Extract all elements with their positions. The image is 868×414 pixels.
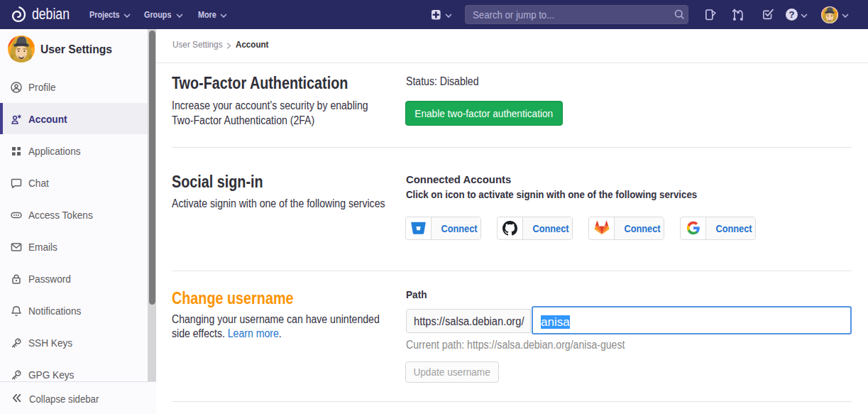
svg-text:?: ? <box>789 9 795 20</box>
